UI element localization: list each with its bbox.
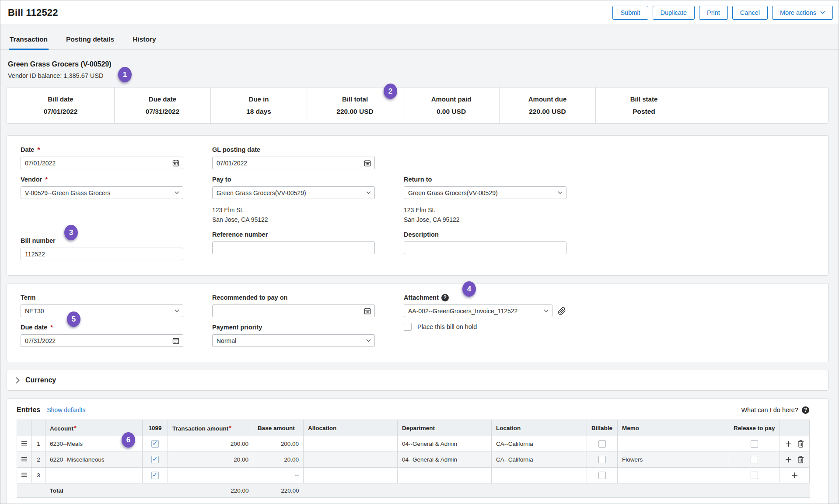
account-cell[interactable]: 6220--Miscellaneous [45, 452, 143, 468]
location-cell[interactable]: CA--California [492, 436, 587, 452]
drag-handle-icon[interactable] [21, 457, 28, 462]
location-cell[interactable] [492, 468, 587, 483]
summary-amount-paid: Amount paid0.00 USD [403, 88, 500, 123]
gl-posting-date-input[interactable] [212, 157, 375, 169]
delete-row-icon[interactable] [797, 456, 804, 463]
col-1099: 1099 [143, 420, 168, 436]
term-label: Term [21, 294, 35, 301]
hold-checkbox[interactable] [404, 323, 412, 331]
paperclip-icon[interactable] [558, 307, 566, 315]
calendar-icon[interactable] [172, 337, 179, 344]
what-can-i-do-here[interactable]: What can I do here? ? [741, 406, 809, 414]
details-col-3: Return to Green Grass Grocers(VV-00529) … [404, 146, 605, 260]
gl-posting-date-label: GL posting date [212, 146, 260, 154]
payment-priority-select[interactable]: Normal [212, 334, 375, 347]
allocation-cell[interactable] [304, 436, 398, 452]
recommended-to-pay-field: Recommended to pay on [212, 294, 375, 317]
toolbar: Submit Duplicate Print Cancel More actio… [612, 6, 833, 20]
drag-handle-icon[interactable] [21, 472, 28, 477]
department-cell[interactable]: 04--General & Admin [398, 436, 492, 452]
description-input[interactable] [404, 242, 566, 254]
term-field: Term NET30 [21, 294, 183, 317]
account-cell[interactable]: 6230--Meals 6 [45, 436, 143, 452]
return-to-select[interactable]: Green Grass Grocers(VV-00529) [404, 186, 566, 199]
entries-header: Entries Show defaults What can I do here… [17, 406, 809, 414]
term-select[interactable]: NET30 [21, 304, 183, 317]
1099-checkbox[interactable] [151, 456, 159, 463]
calendar-icon[interactable] [172, 160, 179, 167]
return-to-address: 123 Elm St. San Jose, CA 95122 [404, 205, 605, 224]
submit-button[interactable]: Submit [612, 6, 648, 20]
date-field: Date [21, 146, 183, 169]
tab-transaction[interactable]: Transaction [9, 35, 49, 50]
vendor-select[interactable]: V-00529--Green Grass Grocers [21, 186, 183, 199]
entry-row-1: 1 6230--Meals 6 200.00 200.00 04--Genera… [17, 436, 810, 452]
transaction-amount-cell[interactable]: 200.00 [168, 436, 253, 452]
due-date-input[interactable] [21, 334, 183, 347]
1099-checkbox[interactable] [151, 440, 159, 448]
reference-number-label: Reference number [212, 231, 268, 238]
allocation-cell[interactable] [304, 468, 398, 483]
memo-cell[interactable] [618, 436, 729, 452]
duplicate-button[interactable]: Duplicate [653, 6, 695, 20]
base-amount-cell: 20.00 [253, 452, 304, 468]
add-row-icon[interactable] [791, 472, 798, 479]
date-input[interactable] [21, 157, 183, 169]
reference-number-input[interactable] [212, 242, 375, 254]
attachment-select[interactable]: AA-002--GreenGrocers_Invoice_112522 [404, 304, 552, 317]
return-to-label: Return to [404, 175, 432, 183]
more-actions-label: More actions [780, 9, 816, 16]
delete-row-icon[interactable] [797, 440, 804, 448]
memo-cell[interactable] [618, 468, 729, 483]
billable-checkbox[interactable] [598, 456, 606, 463]
pay-to-select[interactable]: Green Grass Grocers(VV-00529) [212, 186, 375, 199]
account-cell[interactable] [45, 468, 143, 483]
1099-checkbox[interactable] [151, 472, 159, 479]
chevron-down-icon [820, 11, 825, 14]
release-to-pay-checkbox[interactable] [751, 456, 758, 463]
add-row-icon[interactable] [785, 456, 792, 463]
total-base-amount: 220.00 [253, 483, 304, 498]
tab-history[interactable]: History [132, 35, 157, 50]
help-icon[interactable]: ? [441, 294, 449, 301]
details-col-1: Date Vendor V-00529--Green Grass Grocers [21, 146, 183, 266]
col-billable: Billable [587, 420, 618, 436]
release-to-pay-checkbox[interactable] [751, 440, 758, 448]
allocation-cell[interactable] [304, 452, 398, 468]
bill-number-input[interactable] [21, 248, 183, 260]
chevron-down-icon [366, 191, 371, 194]
col-transaction-amount: Transaction amount [168, 420, 253, 436]
location-cell[interactable]: CA--California [492, 452, 587, 468]
recommended-to-pay-input[interactable] [212, 304, 375, 317]
col-department: Department [398, 420, 492, 436]
department-cell[interactable] [398, 468, 492, 483]
cancel-button[interactable]: Cancel [732, 6, 768, 20]
billable-checkbox[interactable] [598, 440, 606, 448]
release-to-pay-checkbox[interactable] [751, 472, 758, 479]
print-button[interactable]: Print [699, 6, 728, 20]
add-row-icon[interactable] [785, 441, 792, 447]
terms-col-1: Term NET30 Due date 5 [21, 294, 183, 353]
total-label: Total [45, 483, 143, 498]
currency-section-label: Currency [25, 376, 56, 384]
show-defaults-link[interactable]: Show defaults [47, 406, 85, 413]
date-input-text[interactable] [25, 160, 170, 167]
department-cell[interactable]: 04--General & Admin [398, 452, 492, 468]
callout-badge-4: 4 [462, 281, 476, 297]
drag-handle-icon[interactable] [21, 441, 28, 446]
calendar-icon[interactable] [364, 308, 371, 315]
pay-to-address: 123 Elm St. San Jose, CA 95122 [212, 205, 375, 224]
summary-amount-due: Amount due220.00 USD [500, 88, 596, 123]
transaction-amount-cell[interactable] [168, 468, 253, 483]
tab-posting-details[interactable]: Posting details [65, 35, 115, 50]
billable-checkbox[interactable] [598, 472, 606, 479]
memo-cell[interactable]: Flowers [618, 452, 729, 468]
more-actions-button[interactable]: More actions [772, 6, 833, 20]
currency-section-toggle[interactable]: Currency [7, 370, 829, 391]
transaction-amount-cell[interactable]: 20.00 [168, 452, 253, 468]
chevron-down-icon [175, 191, 179, 194]
payment-priority-field: Payment priority Normal [212, 323, 375, 347]
summary-due-date: Due date07/31/2022 [115, 88, 211, 123]
calendar-icon[interactable] [364, 160, 371, 167]
col-location: Location [492, 420, 587, 436]
